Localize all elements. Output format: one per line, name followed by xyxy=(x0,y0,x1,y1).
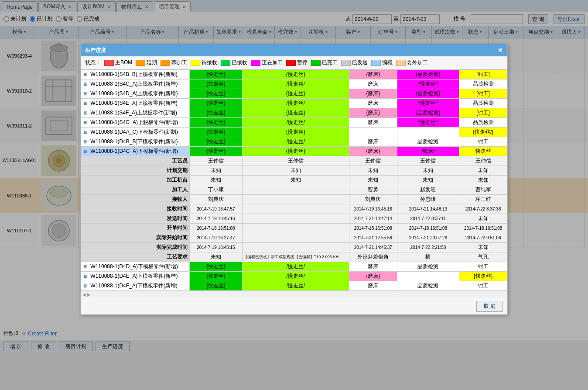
legend-delay-color xyxy=(136,60,145,66)
prod-cell xyxy=(349,128,397,137)
prod-cell: 品质检测 xyxy=(397,137,459,147)
prod-row[interactable]: ⊞ W110088-1(S4D_A)上脱板零件(新增) {快走丝} {慢走丝} … xyxy=(81,89,507,99)
detail-val: 曹纯军 xyxy=(459,185,507,195)
detail-val xyxy=(242,243,349,252)
detail-label: 实际开始时间 xyxy=(81,233,190,243)
expand-icon[interactable]: ⊞ xyxy=(84,110,87,115)
prod-cell: {快走丝} xyxy=(190,272,243,281)
prod-name: W110088-1(S4G_A)上脱板零件(新增) xyxy=(90,119,178,125)
prod-name-cell: ⊞ W110088-1(S4G_A)上脱板零件(新增) xyxy=(81,118,190,128)
detail-val: 2014-7-21 14:48:13 xyxy=(397,204,459,214)
prod-cell: /慢走丝/ xyxy=(242,99,349,108)
prod-name: W110088-1(S4E_A)上脱板零件(新增) xyxy=(90,100,177,106)
prod-cell: {快走丝/} xyxy=(459,128,507,137)
expand-icon[interactable]: ⊞ xyxy=(84,139,87,144)
expand-icon[interactable]: ⊞ xyxy=(84,130,87,135)
prod-row[interactable]: ⊞ W110088-1(D4D_A)下模板零件(新增) {快走丝} /慢走丝/ … xyxy=(81,262,507,272)
modal-footer: 取 消 xyxy=(81,298,507,314)
detail-row-operator: 加工人 丁小康 曹勇 赵发旺 曹纯军 xyxy=(81,185,507,195)
prod-cell: {磨床} xyxy=(349,272,397,281)
prod-name-cell: ⊞ W110088-1(D4B_B)下模板零件(新制) xyxy=(81,137,190,147)
prod-name-cell: ⊞ W110088-1(D4A_C)下模板零件(新制) xyxy=(81,128,190,137)
prod-name: W110088-1(D4D_A)下模板零件(新增) xyxy=(90,263,178,269)
prod-cell: 品质检测 xyxy=(397,281,459,291)
prod-cell: {品质检测} xyxy=(397,108,459,118)
detail-val: 未知 xyxy=(459,243,507,252)
prod-row-expanded[interactable]: ⊟ W110088-1(D4C_A)下模板零件(新增) {快走丝} {慢走丝} … xyxy=(81,147,507,156)
prod-name-cell: ⊞ W110088-1(S4D_A)上脱板零件(新增) xyxy=(81,89,190,99)
detail-val: 2014-7-22 2:21:58 xyxy=(397,243,459,252)
prod-row[interactable]: ⊞ W110088-1(S4F_A)上脱板零件(新增) {快走丝} {慢走丝} … xyxy=(81,108,507,118)
prod-row[interactable]: ⊞ W110088-1(D4A_C)下模板零件(新制) {快走丝} {慢走丝} … xyxy=(81,128,507,137)
modal-close-button[interactable]: ✕ xyxy=(498,47,503,54)
prod-cell: 品质检测 xyxy=(459,79,507,89)
detail-label: 开单时间 xyxy=(81,224,190,233)
detail-val xyxy=(242,204,349,214)
legend-pending-label: 待接收 xyxy=(202,59,217,66)
detail-val: 2014-7-21 12:55:56 xyxy=(349,233,397,243)
prod-cell: {快走丝} xyxy=(190,128,243,137)
detail-val: 未知 xyxy=(397,176,459,185)
detail-val: 刘典庆 xyxy=(349,195,397,204)
detail-label: 接收时间 xyxy=(81,204,190,214)
legend-outsource-label: 委外加工 xyxy=(407,59,428,66)
expand-icon[interactable]: ⊞ xyxy=(84,120,87,125)
expand-icon[interactable]: ⊞ xyxy=(84,82,87,86)
legend-working: 正在加工 xyxy=(251,59,283,66)
legend-paused-label: 暂停 xyxy=(297,59,308,66)
expand-icon[interactable]: ⊞ xyxy=(84,91,87,96)
detail-val: 未知 xyxy=(242,166,349,176)
prod-cell: /慢走丝/ xyxy=(242,79,349,89)
detail-val: 2014-7-19 16:45:16 xyxy=(190,214,243,224)
expand-icon[interactable]: ⊞ xyxy=(84,264,87,269)
legend-processing-label: 蒂加工 xyxy=(171,59,187,66)
collapse-icon[interactable]: ⊟ xyxy=(84,149,87,154)
expand-icon[interactable]: ⊞ xyxy=(84,101,87,106)
expand-icon[interactable]: ⊞ xyxy=(84,274,87,279)
detail-label: 加工人 xyxy=(81,185,190,195)
detail-val: 未知 xyxy=(459,166,507,176)
modal-header: 生产进度 ✕ xyxy=(81,44,507,56)
legend-program: 编程 xyxy=(371,59,393,66)
expand-icon[interactable]: ⊞ xyxy=(84,72,87,77)
legend-processing: 蒂加工 xyxy=(161,59,187,66)
prod-cell: ^慢走丝^ xyxy=(397,99,459,108)
detail-row-receiver: 接收人 刘典庆 刘典庆 孙忠峰 柏三红 xyxy=(81,195,507,204)
prod-name: W110088-1(D4B_B)下模板零件(新制) xyxy=(90,138,178,145)
legend-row: 状态： 主BOM 延期 蒂加工 待接收 已接收 xyxy=(81,56,507,69)
prod-row[interactable]: ⊞ W110088-1(D4B_B)下模板零件(新制) {快走丝} /慢走丝/ … xyxy=(81,137,507,147)
prod-row[interactable]: ⊞ W110088-1(S4E_A)上脱板零件(新增) {快走丝} /慢走丝/ … xyxy=(81,99,507,108)
cancel-button[interactable]: 取 消 xyxy=(476,301,503,312)
detail-val: 2014-7-22 9:51:06 xyxy=(459,233,507,243)
detail-val: 王仲儒 xyxy=(242,156,349,166)
expand-icon[interactable]: ⊞ xyxy=(84,283,87,288)
production-table-wrapper[interactable]: ⊞ W110088-1(S4B_B)上脱板零件(新制) {快走丝} {慢走丝} … xyxy=(81,69,507,291)
prod-cell: {慢走丝} xyxy=(242,147,349,156)
detail-val: 未知 xyxy=(349,176,397,185)
prod-row[interactable]: ⊞ W110088-1(S4B_B)上脱板零件(新制) {快走丝} {慢走丝} … xyxy=(81,70,507,79)
prod-cell: 快走丝 xyxy=(459,147,507,156)
hscroll-bar[interactable]: ◀ ▶ xyxy=(81,291,507,298)
detail-val: 王仲儒 xyxy=(349,156,397,166)
prod-row[interactable]: ⊞ W110088-1(D4E_A)下模板零件(新增) {快走丝} /慢走丝/ … xyxy=(81,272,507,281)
prod-row[interactable]: ⊞ W110088-1(D4F_A)下模板零件(新增) {快走丝} /慢走丝/ … xyxy=(81,281,507,291)
detail-label: 计划交期 xyxy=(81,166,190,176)
detail-val xyxy=(242,224,349,233)
prod-cell: [钳工] xyxy=(459,89,507,99)
prod-row[interactable]: ⊞ W110088-1(S4G_A)上脱板零件(新增) {快走丝} /慢走丝/ … xyxy=(81,118,507,128)
prod-cell: {品质检测} xyxy=(397,89,459,99)
prod-cell: {快走丝} xyxy=(190,99,243,108)
detail-val: 【编程已接收】加工成型视图【已编程】T10.2-003-KH xyxy=(242,252,349,262)
detail-val: 气孔 xyxy=(459,252,507,262)
prod-cell: /慢走丝/ xyxy=(242,281,349,291)
detail-val: 刘典庆 xyxy=(190,195,243,204)
detail-val: 2014-7-18 16:51:08 xyxy=(349,224,397,233)
legend-working-color xyxy=(251,60,260,66)
prod-cell: {磨床} xyxy=(349,70,397,79)
detail-val: 2014-7-21 20:07:26 xyxy=(397,233,459,243)
detail-label: 工艺员 xyxy=(81,156,190,166)
prod-row[interactable]: ⊞ W110088-1(S4C_A)上脱板零件(新增) {快走丝} /慢走丝/ … xyxy=(81,79,507,89)
detail-val: 外形斜差倒角 xyxy=(349,252,397,262)
prod-cell: 钳工 xyxy=(459,262,507,272)
legend-delay: 延期 xyxy=(136,59,157,66)
